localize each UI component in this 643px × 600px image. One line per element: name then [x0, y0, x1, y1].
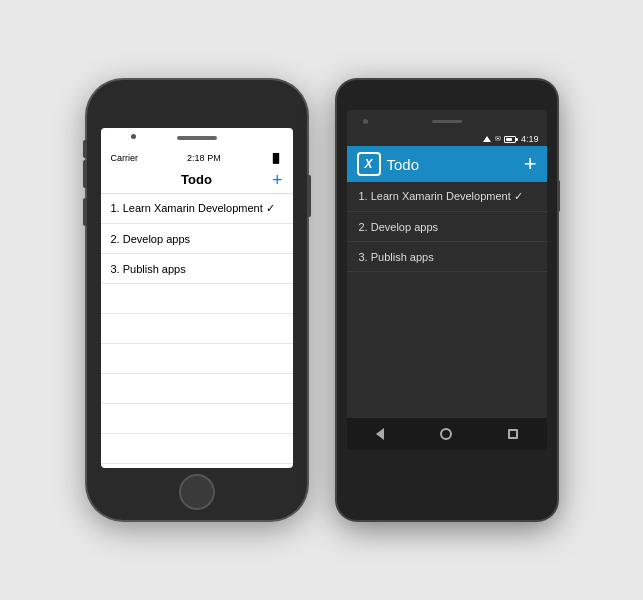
android-wifi-icon — [482, 135, 492, 143]
ios-list-item-empty — [101, 374, 293, 404]
ios-add-button[interactable]: + — [272, 171, 283, 189]
ios-list-item-empty — [101, 404, 293, 434]
ios-speaker — [177, 136, 217, 140]
android-status-icons: ✉ 4:19 — [482, 134, 539, 144]
home-circle-icon — [440, 428, 452, 440]
ios-list-item[interactable]: 1. Learn Xamarin Development ✓ — [101, 194, 293, 224]
android-app-title: Todo — [387, 156, 420, 173]
android-notification-icon: ✉ — [495, 135, 501, 143]
ios-list-item-empty — [101, 314, 293, 344]
ios-volume-up-btn — [83, 160, 87, 188]
ios-time: 2:18 PM — [187, 153, 221, 163]
ios-carrier: Carrier — [111, 153, 139, 163]
android-time: 4:19 — [521, 134, 539, 144]
ios-status-bar: Carrier 2:18 PM ▐▌ — [101, 150, 293, 166]
android-item-text: 1. Learn Xamarin Development ✓ — [359, 190, 523, 203]
ios-item-text: 3. Publish apps — [111, 263, 186, 275]
android-todo-list: 1. Learn Xamarin Development ✓ 2. Develo… — [347, 182, 547, 418]
android-recents-button[interactable] — [505, 426, 521, 442]
android-nav-bar — [347, 418, 547, 450]
android-list-item[interactable]: 1. Learn Xamarin Development ✓ — [347, 182, 547, 212]
android-status-bar: ✉ 4:19 — [347, 132, 547, 146]
recents-square-icon — [508, 429, 518, 439]
android-power-btn — [557, 180, 560, 212]
ios-list-item[interactable]: 3. Publish apps — [101, 254, 293, 284]
android-list-item[interactable]: 2. Develop apps — [347, 212, 547, 242]
ios-list-item[interactable]: 2. Develop apps — [101, 224, 293, 254]
back-arrow-icon — [376, 428, 384, 440]
android-phone: ✉ 4:19 X Todo + — [337, 80, 557, 520]
ios-home-button[interactable] — [179, 474, 215, 510]
svg-marker-0 — [483, 136, 491, 142]
ios-list-item-empty — [101, 284, 293, 314]
ios-volume-down-btn — [83, 198, 87, 226]
ios-nav-bar: Todo + — [101, 166, 293, 194]
ios-todo-list: 1. Learn Xamarin Development ✓ 2. Develo… — [101, 194, 293, 468]
ios-power-btn — [307, 175, 311, 217]
android-front-camera-icon — [363, 119, 368, 124]
ios-list-item-empty — [101, 434, 293, 464]
android-add-button[interactable]: + — [524, 153, 537, 175]
ios-front-camera — [131, 134, 136, 139]
android-screen: ✉ 4:19 X Todo + — [347, 110, 547, 450]
android-item-text: 3. Publish apps — [359, 251, 434, 263]
android-back-button[interactable] — [372, 426, 388, 442]
android-item-text: 2. Develop apps — [359, 221, 439, 233]
ios-mute-btn — [83, 140, 87, 158]
android-battery-icon — [504, 136, 518, 143]
ios-phone: Carrier 2:18 PM ▐▌ Todo + 1. Learn Xamar… — [87, 80, 307, 520]
android-app-bar-left: X Todo — [357, 152, 420, 176]
android-list-item[interactable]: 3. Publish apps — [347, 242, 547, 272]
android-camera-area — [347, 110, 547, 132]
android-speaker — [432, 120, 462, 123]
xamarin-logo-icon: X — [357, 152, 381, 176]
ios-screen: Carrier 2:18 PM ▐▌ Todo + 1. Learn Xamar… — [101, 128, 293, 468]
ios-nav-title: Todo — [181, 172, 212, 187]
ios-battery: ▐▌ — [270, 153, 283, 163]
ios-item-text: 2. Develop apps — [111, 233, 191, 245]
ios-home-area — [179, 468, 215, 520]
android-home-button[interactable] — [438, 426, 454, 442]
ios-item-text: 1. Learn Xamarin Development ✓ — [111, 202, 275, 215]
xamarin-x-label: X — [364, 157, 372, 171]
ios-list-item-empty — [101, 344, 293, 374]
android-app-bar: X Todo + — [347, 146, 547, 182]
ios-notch — [101, 128, 293, 150]
